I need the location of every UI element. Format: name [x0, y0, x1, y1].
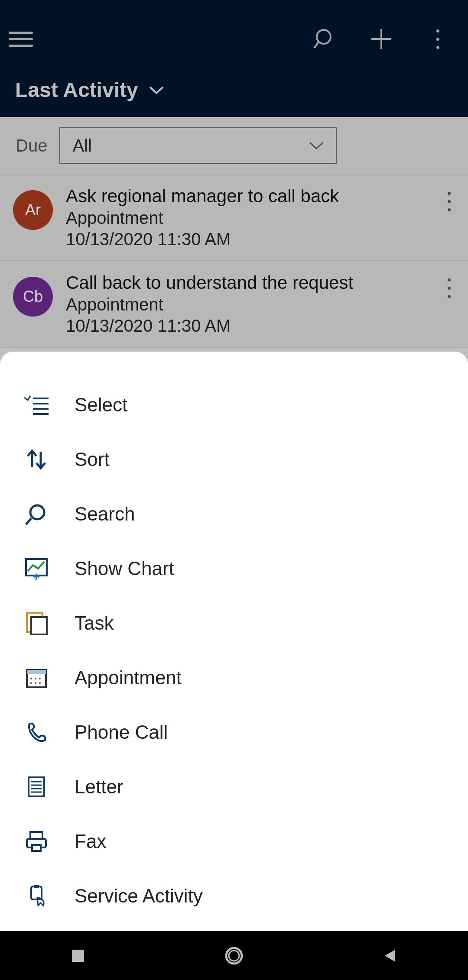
- svg-marker-37: [385, 950, 395, 962]
- sort-icon: [24, 447, 49, 472]
- filter-value: All: [72, 136, 91, 155]
- svg-rect-15: [31, 617, 47, 634]
- item-title: Call back to understand the request: [66, 272, 455, 293]
- letter-icon: [24, 775, 49, 799]
- android-nav-bar: [0, 931, 468, 980]
- svg-point-10: [30, 505, 44, 519]
- search-icon[interactable]: [312, 26, 338, 52]
- add-icon[interactable]: [368, 26, 394, 52]
- svg-point-23: [39, 682, 41, 684]
- svg-rect-29: [30, 832, 42, 839]
- item-type: Appointment: [66, 295, 455, 314]
- phone-icon: [24, 720, 49, 744]
- item-date: 10/13/2020 11:30 AM: [66, 230, 455, 249]
- view-selector[interactable]: Last Activity: [0, 78, 468, 117]
- chevron-down-icon: [149, 85, 164, 95]
- sheet-item-label: Appointment: [75, 667, 182, 689]
- sheet-item-fax[interactable]: Fax: [0, 814, 468, 869]
- chart-icon: [24, 556, 49, 581]
- sheet-item-select[interactable]: Select: [0, 378, 468, 432]
- top-bar: [0, 0, 468, 78]
- item-more-icon[interactable]: [448, 192, 451, 211]
- item-more-icon[interactable]: [448, 278, 451, 298]
- calendar-icon: [24, 666, 49, 690]
- avatar: Ar: [13, 190, 53, 230]
- chevron-down-icon: [309, 141, 324, 150]
- sheet-item-service[interactable]: Service Activity: [0, 869, 468, 923]
- svg-point-22: [35, 682, 36, 684]
- sheet-item-task[interactable]: Task: [0, 596, 468, 650]
- sheet-item-label: Phone Call: [75, 721, 168, 743]
- sheet-item-label: Select: [75, 394, 127, 416]
- svg-rect-31: [32, 845, 41, 851]
- svg-line-1: [314, 42, 318, 48]
- sheet-item-label: Task: [75, 612, 114, 634]
- sheet-item-label: Sort: [75, 449, 110, 470]
- svg-rect-34: [72, 950, 84, 962]
- recent-apps-button[interactable]: [65, 943, 91, 969]
- list-item[interactable]: Cb Call back to understand the request A…: [0, 261, 468, 348]
- svg-rect-33: [34, 885, 39, 888]
- action-sheet: SelectSortSearchShow ChartTaskAppointmen…: [0, 352, 468, 931]
- svg-line-11: [26, 518, 31, 524]
- sheet-item-label: Letter: [75, 776, 124, 798]
- svg-point-36: [229, 951, 239, 961]
- item-title: Ask regional manager to call back: [66, 186, 455, 207]
- svg-point-19: [35, 678, 36, 679]
- list-item[interactable]: Ar Ask regional manager to call back App…: [0, 175, 468, 261]
- filter-row: Due All: [0, 117, 468, 175]
- svg-point-21: [30, 682, 32, 684]
- page-title: Last Activity: [15, 78, 138, 102]
- sheet-item-label: Show Chart: [75, 558, 174, 579]
- filter-label: Due: [16, 136, 47, 155]
- sheet-item-letter[interactable]: Letter: [0, 760, 468, 814]
- sheet-item-chart[interactable]: Show Chart: [0, 541, 468, 596]
- item-type: Appointment: [66, 208, 455, 228]
- menu-icon[interactable]: [9, 26, 35, 52]
- avatar: Cb: [13, 277, 53, 317]
- home-button[interactable]: [221, 943, 247, 969]
- sheet-item-label: Fax: [75, 831, 106, 852]
- sheet-item-calendar[interactable]: Appointment: [0, 650, 468, 705]
- activity-list: Ar Ask regional manager to call back App…: [0, 175, 468, 348]
- svg-rect-17: [27, 670, 46, 674]
- sheet-item-label: Search: [75, 503, 135, 525]
- task-icon: [24, 611, 49, 635]
- sheet-item-phone[interactable]: Phone Call: [0, 705, 468, 760]
- svg-point-0: [317, 30, 331, 44]
- sheet-item-label: Service Activity: [75, 885, 203, 907]
- svg-rect-24: [29, 777, 44, 796]
- due-filter-select[interactable]: All: [59, 127, 337, 164]
- back-button[interactable]: [377, 943, 403, 969]
- select-icon: [24, 393, 49, 417]
- svg-point-18: [30, 678, 32, 679]
- svg-point-20: [39, 678, 41, 679]
- sheet-item-search[interactable]: Search: [0, 487, 468, 541]
- fax-icon: [24, 829, 49, 854]
- item-date: 10/13/2020 11:30 AM: [66, 316, 455, 336]
- search-icon: [24, 502, 49, 526]
- sheet-item-sort[interactable]: Sort: [0, 432, 468, 487]
- service-icon: [24, 884, 49, 908]
- more-icon[interactable]: [425, 26, 451, 52]
